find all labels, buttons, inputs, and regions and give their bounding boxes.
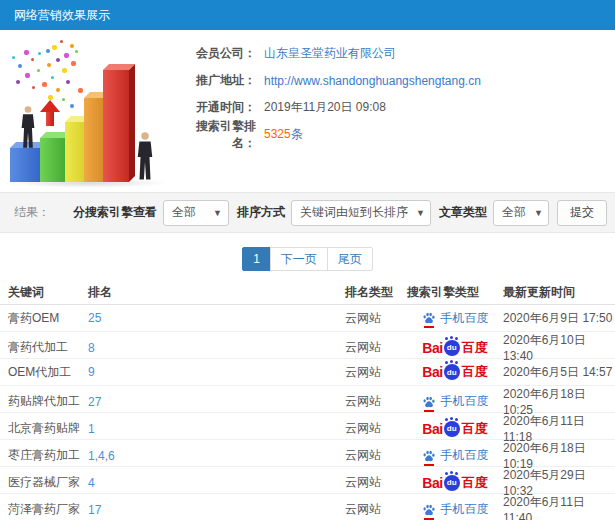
table-row: 菏泽膏药厂家17云网站 手机百度2020年6月11日 11:40 (0, 494, 615, 520)
confetti-dot (52, 45, 57, 50)
baidu-logo-du: du (447, 424, 457, 433)
dropdown-arrow-icon: ▼ (534, 208, 543, 218)
confetti-dot (60, 40, 63, 43)
info-value: 2019年11月20日 09:08 (264, 99, 386, 116)
rank-link[interactable]: 25 (88, 311, 101, 325)
pagination-next[interactable]: 下一页 (270, 247, 328, 271)
rank-type-cell: 云网站 (345, 339, 407, 356)
table-row: 药贴牌代加工27云网站 手机百度2020年6月18日 10:25 (0, 386, 615, 413)
result-label: 结果： (14, 204, 50, 221)
engine-cell: Baidu百度 (407, 363, 503, 381)
mobile-baidu-paw (422, 311, 436, 325)
baidu-logo-bai: Bai (422, 421, 442, 437)
sort-filter-select[interactable]: 关键词由短到长排序 ▼ (291, 200, 431, 226)
businessman-figure-right (135, 132, 155, 182)
rank-type-cell: 云网站 (345, 447, 407, 464)
updated-cell: 2020年6月10日 13:40 (503, 332, 615, 363)
rank-link[interactable]: 17 (88, 503, 101, 517)
mobile-baidu-badge: 手机百度 (422, 393, 489, 410)
rank-link[interactable]: 9 (88, 365, 95, 379)
table-body: 膏药OEM25云网站 手机百度2020年6月9日 17:50膏药代加工8云网站B… (0, 305, 615, 520)
baidu-red-underline (424, 464, 434, 466)
confetti-dot (71, 61, 76, 66)
baidu-logo: Baidu百度 (422, 339, 487, 357)
confetti-dot (38, 52, 41, 55)
confetti-dot (62, 98, 65, 101)
rank-link[interactable]: 27 (88, 395, 101, 409)
engine-cell: 手机百度 (407, 447, 503, 464)
confetti-dot (64, 53, 69, 58)
baidu-paw-icon: du (444, 340, 460, 356)
engine-filter-select[interactable]: 全部 ▼ (163, 200, 229, 226)
baidu-logo: Baidu百度 (422, 363, 487, 381)
info-value: 5325条 (264, 126, 303, 143)
keyword-cell: 膏药代加工 (8, 339, 88, 356)
baidu-logo-text: 百度 (462, 339, 488, 357)
article-filter-label: 文章类型 (439, 204, 487, 221)
rank-link[interactable]: 8 (88, 341, 95, 355)
baidu-logo-du: du (447, 368, 457, 377)
baidu-logo-text: 百度 (462, 420, 488, 438)
article-filter-value: 全部 (502, 204, 526, 221)
confetti-dot (78, 88, 83, 93)
info-value-link[interactable]: http://www.shandonghuangshengtang.cn (264, 74, 481, 88)
sort-filter-label: 排序方式 (237, 204, 285, 221)
baidu-paw-icon: du (444, 421, 460, 437)
engine-cell: Baidu百度 (407, 420, 503, 438)
pagination-page-1[interactable]: 1 (242, 247, 271, 271)
table-row: OEM代加工9云网站Baidu百度2020年6月5日 14:57 (0, 359, 615, 386)
engine-cell: 手机百度 (407, 310, 503, 327)
arrow-stem (46, 112, 54, 126)
rank-link[interactable]: 1,4,6 (88, 449, 115, 463)
info-label: 推广地址： (186, 72, 256, 89)
keyword-cell: 膏药OEM (8, 310, 88, 327)
rank-link[interactable]: 1 (88, 422, 95, 436)
keyword-cell: OEM代加工 (8, 364, 88, 381)
mobile-baidu-badge: 手机百度 (422, 310, 489, 327)
column-header: 最新更新时间 (503, 284, 615, 301)
info-label: 开通时间： (186, 99, 256, 116)
mobile-baidu-icon (422, 311, 436, 325)
column-header: 排名 (88, 284, 345, 301)
results-table: 关键词排名排名类型搜索引擎类型最新更新时间 膏药OEM25云网站 手机百度202… (0, 281, 615, 520)
info-label: 会员公司： (186, 45, 256, 62)
confetti-dot (51, 76, 54, 79)
mobile-baidu-label: 手机百度 (441, 310, 489, 327)
info-value-link[interactable]: 山东皇圣堂药业有限公司 (264, 45, 396, 62)
article-filter-select[interactable]: 全部 ▼ (493, 200, 549, 226)
rank-type-cell: 云网站 (345, 474, 407, 491)
baidu-logo-bai: Bai (422, 364, 442, 380)
updated-cell: 2020年6月9日 17:50 (503, 310, 615, 327)
table-row: 北京膏药贴牌1云网站Baidu百度2020年6月11日 11:18 (0, 413, 615, 440)
keyword-cell: 菏泽膏药厂家 (8, 501, 88, 518)
submit-button[interactable]: 提交 (557, 200, 607, 226)
rank-type-cell: 云网站 (345, 501, 407, 518)
confetti-dot (62, 68, 67, 73)
dropdown-arrow-icon: ▼ (416, 208, 425, 218)
baidu-red-underline (424, 410, 434, 412)
confetti-dot (70, 104, 74, 108)
keyword-cell: 药贴牌代加工 (8, 393, 88, 410)
table-row: 枣庄膏药加工1,4,6云网站 手机百度2020年6月18日 10:19 (0, 440, 615, 467)
mobile-baidu-label: 手机百度 (441, 393, 489, 410)
engine-filter-value: 全部 (172, 204, 196, 221)
up-arrow-icon (40, 100, 60, 126)
engine-filter-label: 分搜索引擎查看 (73, 204, 157, 221)
confetti-dot (42, 82, 47, 87)
businessman-figure-left (19, 106, 37, 150)
baidu-logo-text: 百度 (462, 474, 488, 492)
pagination-last[interactable]: 尾页 (327, 247, 373, 271)
baidu-logo-bai: Bai (422, 475, 442, 491)
keyword-cell: 医疗器械厂家 (8, 474, 88, 491)
mobile-baidu-label: 手机百度 (441, 501, 489, 518)
filter-bar: 结果： 分搜索引擎查看 全部 ▼ 排序方式 关键词由短到长排序 ▼ 文章类型 全… (0, 192, 615, 233)
info-row: 搜索引擎排名：5325条 (186, 121, 615, 148)
updated-cell: 2020年6月11日 11:40 (503, 494, 615, 520)
mobile-baidu-label: 手机百度 (441, 447, 489, 464)
rank-type-cell: 云网站 (345, 420, 407, 437)
dropdown-arrow-icon: ▼ (213, 208, 222, 218)
table-header: 关键词排名排名类型搜索引擎类型最新更新时间 (0, 281, 615, 305)
confetti-dot (70, 44, 74, 48)
rank-link[interactable]: 4 (88, 476, 95, 490)
confetti-dot (37, 69, 40, 72)
